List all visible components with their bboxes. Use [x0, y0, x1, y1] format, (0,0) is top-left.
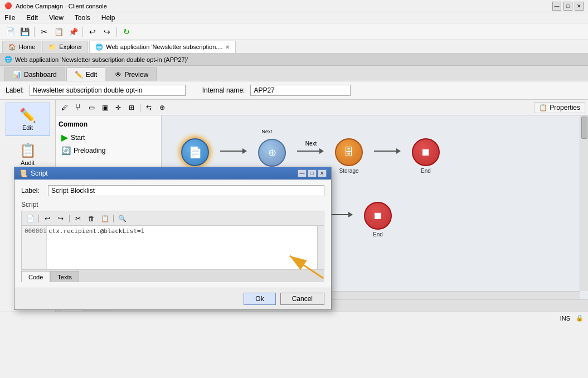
script-section-label: Script	[21, 201, 324, 209]
dialog-maximize[interactable]: □	[308, 169, 317, 177]
script-paste[interactable]: 📋	[99, 213, 111, 224]
dashboard-icon: 📊	[13, 71, 21, 79]
internal-name-input[interactable]	[250, 85, 351, 96]
tab-dashboard[interactable]: 📊 Dashboard	[4, 67, 65, 81]
edit-icon: ✏️	[75, 71, 83, 79]
script-dialog: 📜 Script — □ ✕ Label: Script 📄	[14, 167, 332, 310]
home-icon: 🏠	[8, 43, 16, 51]
breadcrumb: 🌐 Web application 'Newsletter subscripti…	[0, 54, 588, 66]
svg-line-1	[290, 256, 323, 278]
menu-view[interactable]: View	[47, 14, 66, 22]
maximize-button[interactable]: □	[563, 2, 572, 11]
orange-arrow-svg	[284, 250, 329, 284]
tab-webapp[interactable]: 🌐 Web application 'Newsletter subscripti…	[89, 41, 236, 53]
toolbar-sep-1	[34, 27, 35, 37]
dialog-titlebar[interactable]: 📜 Script — □ ✕	[14, 167, 331, 180]
script-delete[interactable]: 🗑	[85, 213, 98, 224]
modal-overlay: 📜 Script — □ ✕ Label: Script 📄	[0, 100, 588, 312]
label-text: Label:	[6, 86, 24, 94]
label-input[interactable]	[30, 85, 186, 96]
dialog-title-icon: 📜	[19, 169, 27, 177]
script-redo[interactable]: ↪	[55, 213, 67, 224]
breadcrumb-icon: 🌐	[4, 56, 12, 63]
dialog-cancel-button[interactable]: Cancel	[280, 293, 324, 305]
app-icon: 🔴	[4, 2, 12, 9]
script-tabs: Code Texts	[21, 270, 324, 282]
toolbar-sep-2	[82, 27, 83, 37]
menu-bar: File Edit View Tools Help	[0, 12, 588, 23]
webapp-icon: 🌐	[95, 43, 103, 51]
dialog-controls[interactable]: — □ ✕	[298, 169, 327, 177]
script-undo[interactable]: ↩	[41, 213, 54, 224]
menu-edit[interactable]: Edit	[24, 14, 40, 22]
dialog-ok-button[interactable]: Ok	[244, 293, 275, 305]
toolbar-copy[interactable]: 📋	[52, 26, 65, 38]
toolbar-cut[interactable]: ✂	[37, 26, 51, 38]
menu-file[interactable]: File	[2, 14, 17, 22]
dialog-label-text: Label:	[21, 187, 43, 195]
menu-help[interactable]: Help	[99, 14, 118, 22]
toolbar-new[interactable]: 📄	[3, 26, 17, 38]
script-editor[interactable]: 000001 ctx.recipient.@blackList=1	[21, 225, 324, 270]
dialog-label-row: Label:	[21, 185, 324, 196]
line-number-1: 000001	[25, 227, 43, 235]
main-toolbar: 📄 💾 ✂ 📋 📌 ↩ ↪ ↻	[0, 23, 588, 40]
internal-name-text: Internal name:	[202, 86, 245, 94]
toolbar-paste[interactable]: 📌	[66, 26, 80, 38]
dialog-title: Script	[31, 169, 48, 177]
toolbar-undo[interactable]: ↩	[86, 26, 99, 38]
dialog-body: Label: Script 📄 ↩ ↪ ✂ 🗑 📋 🔍	[14, 180, 331, 288]
dialog-footer: Ok Cancel	[14, 288, 331, 309]
explorer-icon: 📁	[48, 43, 56, 51]
preview-icon: 👁	[115, 71, 122, 79]
tab-preview[interactable]: 👁 Preview	[106, 67, 157, 81]
app-tab-bar: 🏠 Home 📁 Explorer 🌐 Web application 'New…	[0, 40, 588, 54]
script-cut[interactable]: ✂	[72, 213, 84, 224]
dialog-label-input[interactable]	[48, 185, 324, 196]
toolbar-refresh[interactable]: ↻	[120, 26, 133, 38]
script-new[interactable]: 📄	[24, 213, 36, 224]
status-lock-icon: 🔒	[576, 314, 584, 322]
main-layout: ✏️ Edit 📋 Audit 🖊 ⑂ ▭ ▣ ✛ ⊞ ⇆ ⊕ 📋 Proper…	[0, 100, 588, 312]
window-controls[interactable]: — □ ✕	[552, 2, 584, 11]
toolbar-redo[interactable]: ↪	[100, 26, 114, 38]
tab-explorer[interactable]: 📁 Explorer	[42, 41, 88, 53]
script-search[interactable]: 🔍	[116, 213, 128, 224]
toolbar-save[interactable]: 💾	[18, 26, 31, 38]
breadcrumb-text: Web application 'Newsletter subscription…	[15, 56, 188, 63]
tab-edit[interactable]: ✏️ Edit	[66, 67, 106, 81]
close-button[interactable]: ✕	[575, 2, 584, 11]
tab-webapp-close[interactable]: ✕	[225, 44, 230, 50]
orange-pointer-arrow	[284, 250, 329, 285]
status-ins: INS	[560, 315, 570, 322]
script-code-content[interactable]: ctx.recipient.@blackList=1	[48, 227, 144, 235]
minimize-button[interactable]: —	[552, 2, 561, 11]
toolbar-sep-3	[116, 27, 117, 37]
dialog-minimize[interactable]: —	[298, 169, 307, 177]
script-gutter: 000001	[22, 226, 47, 269]
content-tab-bar: 📊 Dashboard ✏️ Edit 👁 Preview	[0, 66, 588, 81]
app-title: Adobe Campaign - Client console	[16, 3, 107, 9]
dialog-close[interactable]: ✕	[318, 169, 327, 177]
script-tab-texts[interactable]: Texts	[50, 271, 79, 282]
title-bar: 🔴 Adobe Campaign - Client console — □ ✕	[0, 0, 588, 12]
status-bar: INS 🔒	[0, 312, 588, 324]
script-tab-code[interactable]: Code	[21, 271, 50, 282]
tab-home[interactable]: 🏠 Home	[2, 41, 41, 53]
form-area: Label: Internal name:	[0, 81, 588, 100]
menu-tools[interactable]: Tools	[72, 14, 93, 22]
script-toolbar: 📄 ↩ ↪ ✂ 🗑 📋 🔍	[21, 211, 324, 225]
